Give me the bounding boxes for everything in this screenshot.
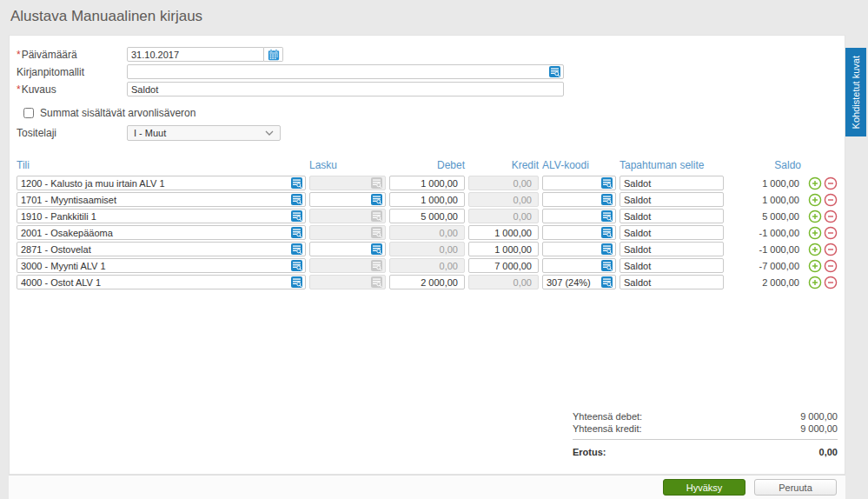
invoice-lookup-icon[interactable] (371, 243, 382, 255)
remove-row-button[interactable] (824, 243, 838, 256)
attached-images-tab[interactable]: Kohdistetut kuvat (845, 48, 866, 136)
credit-input[interactable] (469, 244, 535, 255)
chevron-down-icon (265, 130, 274, 136)
account-input[interactable] (17, 195, 291, 205)
vat-lookup-icon[interactable] (601, 260, 613, 271)
add-row-button[interactable] (808, 226, 822, 240)
add-row-button[interactable] (808, 193, 822, 207)
account-input[interactable] (17, 277, 291, 288)
templates-lookup-icon[interactable] (549, 66, 560, 77)
remove-row-button[interactable] (824, 276, 838, 289)
debit-input[interactable] (390, 211, 461, 222)
account-lookup-icon[interactable] (291, 276, 302, 288)
invoice-lookup-icon[interactable] (371, 194, 382, 205)
row-description-input[interactable] (620, 178, 720, 189)
vat-lookup-icon[interactable] (601, 243, 613, 255)
table-row: -7 000,00 (17, 258, 838, 273)
row-description-field (620, 242, 724, 256)
vat-code-input[interactable] (543, 228, 601, 238)
row-description-input[interactable] (620, 195, 720, 205)
row-description-field (620, 209, 724, 223)
date-input[interactable] (127, 47, 264, 62)
plus-circle-icon (808, 193, 822, 207)
templates-row: Kirjanpitomallit (17, 63, 838, 80)
date-label: *Päivämäärä (17, 49, 127, 61)
table-header: Tili Lasku Debet Kredit ALV-koodi Tapaht… (17, 159, 838, 171)
account-lookup-icon[interactable] (291, 227, 302, 238)
templates-input[interactable] (128, 67, 549, 77)
invoice-field (309, 192, 386, 207)
row-description-input[interactable] (620, 277, 720, 288)
invoice-field (309, 275, 386, 289)
vat-lookup-icon[interactable] (601, 227, 613, 238)
account-input[interactable] (17, 178, 291, 189)
add-row-button[interactable] (808, 259, 822, 273)
account-lookup-icon[interactable] (291, 260, 302, 271)
add-row-button[interactable] (808, 243, 822, 256)
remove-row-button[interactable] (824, 193, 838, 207)
account-lookup-icon[interactable] (291, 210, 302, 222)
account-input[interactable] (17, 211, 291, 222)
invoice-input[interactable] (310, 244, 371, 255)
vat-included-checkbox[interactable] (23, 108, 34, 118)
vat-code-input[interactable] (543, 277, 601, 288)
plus-circle-icon (808, 226, 822, 240)
description-input[interactable] (127, 82, 564, 96)
attached-images-tab-label: Kohdistetut kuvat (851, 56, 861, 129)
totals-section: Yhteensä debet: 9 000,00 Yhteensä kredit… (573, 410, 838, 458)
vat-code-input[interactable] (543, 244, 601, 255)
vat-lookup-icon[interactable] (601, 276, 613, 288)
vat-lookup-icon[interactable] (601, 177, 613, 189)
account-lookup-icon[interactable] (291, 194, 302, 205)
description-row: *Kuvaus (17, 81, 838, 97)
remove-row-button[interactable] (824, 210, 838, 223)
vat-code-field (542, 192, 616, 207)
balance-value: 5 000,00 (727, 211, 801, 222)
debit-input[interactable] (390, 178, 461, 189)
table-row: -1 000,00 (17, 225, 838, 240)
add-row-button[interactable] (808, 276, 822, 289)
credit-field (468, 275, 539, 289)
table-body: 1 000,00 (17, 176, 838, 289)
vat-code-input[interactable] (543, 211, 601, 222)
add-row-button[interactable] (808, 176, 822, 190)
vat-code-field (542, 176, 616, 190)
account-lookup-icon[interactable] (291, 177, 302, 189)
add-row-button[interactable] (808, 210, 822, 223)
date-picker-button[interactable] (264, 47, 283, 62)
vat-code-input[interactable] (543, 178, 601, 189)
remove-row-button[interactable] (824, 176, 838, 190)
account-input[interactable] (17, 244, 291, 255)
vat-lookup-icon[interactable] (601, 210, 613, 222)
vat-code-input[interactable] (543, 195, 601, 205)
calendar-icon (268, 49, 280, 61)
footer-bar: Hyväksy Peruuta (9, 475, 845, 499)
debit-field (389, 176, 465, 190)
credit-input[interactable] (469, 228, 535, 238)
account-input[interactable] (17, 228, 291, 238)
cancel-button[interactable]: Peruuta (754, 479, 837, 496)
debit-input[interactable] (390, 277, 461, 288)
row-description-input[interactable] (620, 261, 720, 271)
debit-field (389, 258, 465, 273)
balance-value: -7 000,00 (727, 261, 801, 271)
account-field (17, 258, 306, 273)
credit-input[interactable] (469, 261, 535, 271)
vat-lookup-icon[interactable] (601, 194, 613, 205)
vat-code-input[interactable] (543, 261, 601, 271)
debit-input[interactable] (390, 195, 461, 205)
invoice-input[interactable] (310, 195, 371, 205)
remove-row-button[interactable] (824, 259, 838, 273)
credit-field (468, 258, 539, 273)
account-input[interactable] (17, 261, 291, 271)
row-description-input[interactable] (620, 244, 720, 255)
account-lookup-icon[interactable] (291, 243, 302, 255)
header-account: Tili (17, 159, 306, 171)
row-description-input[interactable] (620, 228, 720, 238)
remove-row-button[interactable] (824, 226, 838, 240)
invoice-field (309, 176, 386, 190)
row-description-input[interactable] (620, 211, 720, 222)
invoice-lookup-icon (371, 276, 382, 288)
approve-button[interactable]: Hyväksy (663, 479, 745, 496)
voucher-type-select[interactable]: I - Muut (127, 125, 281, 141)
